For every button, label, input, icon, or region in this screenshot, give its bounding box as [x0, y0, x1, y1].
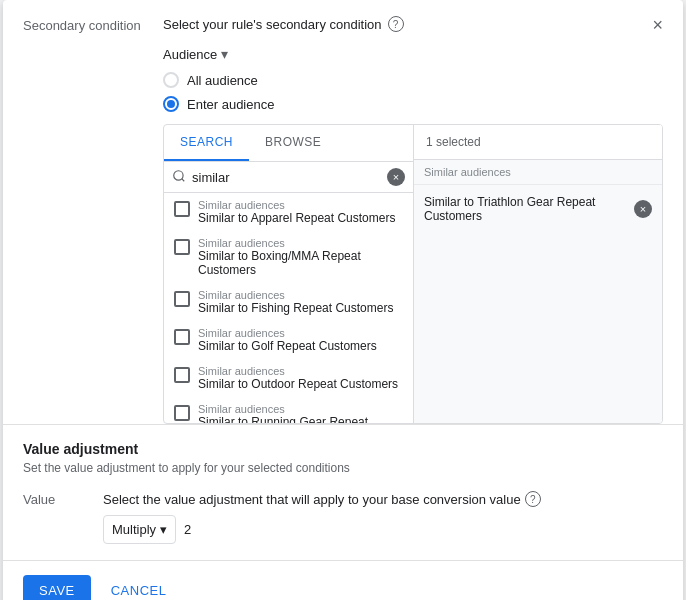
header-content: Select your rule's secondary condition ? [163, 16, 404, 32]
multiply-select[interactable]: Multiply ▾ [103, 515, 176, 544]
secondary-condition-label: Secondary condition [23, 16, 143, 33]
list-item-text: Similar audiencesSimilar to Running Gear… [198, 403, 403, 423]
value-help-icon[interactable]: ? [525, 491, 541, 507]
list-item-checkbox[interactable] [174, 239, 190, 255]
multiply-row: Multiply ▾ 2 [23, 515, 663, 544]
list-item-checkbox[interactable] [174, 367, 190, 383]
list-item-checkbox[interactable] [174, 291, 190, 307]
top-section: Secondary condition Select your rule's s… [3, 0, 683, 425]
multiply-label: Multiply [112, 522, 156, 537]
clear-search-icon[interactable]: × [387, 168, 405, 186]
list-item[interactable]: Similar audiencesSimilar to Golf Repeat … [164, 321, 413, 359]
right-panel: 1 selected Similar audiences Similar to … [414, 125, 662, 423]
list-item-checkbox[interactable] [174, 329, 190, 345]
item-name: Similar to Boxing/MMA Repeat Customers [198, 249, 403, 277]
radio-all-audience[interactable]: All audience [163, 72, 663, 88]
audience-section: Audience ▾ All audience Enter audience [23, 46, 663, 424]
left-panel: SEARCH BROWSE × [164, 125, 414, 423]
tab-search[interactable]: SEARCH [164, 125, 249, 161]
list-item-text: Similar audiencesSimilar to Fishing Repe… [198, 289, 393, 315]
right-panel-header: 1 selected [414, 125, 662, 160]
item-category: Similar audiences [198, 403, 403, 415]
help-icon[interactable]: ? [388, 16, 404, 32]
cancel-button[interactable]: CANCEL [103, 575, 175, 600]
item-category: Similar audiences [198, 199, 395, 211]
chevron-down-icon: ▾ [221, 46, 228, 62]
value-row: Value Select the value adjustment that w… [23, 491, 663, 507]
search-box: × [164, 162, 413, 193]
modal: Secondary condition Select your rule's s… [3, 0, 683, 600]
list-item-text: Similar audiencesSimilar to Golf Repeat … [198, 327, 377, 353]
close-icon[interactable]: × [652, 16, 663, 34]
list-item-checkbox[interactable] [174, 405, 190, 421]
list-item-checkbox[interactable] [174, 201, 190, 217]
search-input[interactable] [192, 170, 381, 185]
list-item-text: Similar audiencesSimilar to Boxing/MMA R… [198, 237, 403, 277]
multiply-value: 2 [184, 522, 191, 537]
radio-circle-enter [163, 96, 179, 112]
tab-browse[interactable]: BROWSE [249, 125, 337, 161]
section-title: Select your rule's secondary condition ? [163, 16, 404, 32]
search-browse-container: SEARCH BROWSE × [163, 124, 663, 424]
search-icon [172, 169, 186, 186]
item-name: Similar to Fishing Repeat Customers [198, 301, 393, 315]
list-item-text: Similar audiencesSimilar to Apparel Repe… [198, 199, 395, 225]
footer: SAVE CANCEL [3, 561, 683, 600]
item-category: Similar audiences [198, 327, 377, 339]
list-item[interactable]: Similar audiencesSimilar to Boxing/MMA R… [164, 231, 413, 283]
svg-point-0 [174, 170, 183, 179]
selected-items-list: Similar to Triathlon Gear Repeat Custome… [414, 185, 662, 233]
radio-label-enter: Enter audience [187, 97, 274, 112]
value-adjustment-title: Value adjustment [23, 441, 663, 457]
selected-item-name: Similar to Triathlon Gear Repeat Custome… [424, 195, 634, 223]
list-item-text: Similar audiencesSimilar to Outdoor Repe… [198, 365, 398, 391]
list-item[interactable]: Similar audiencesSimilar to Running Gear… [164, 397, 413, 423]
multiply-chevron-icon: ▾ [160, 522, 167, 537]
section-header-left: Secondary condition Select your rule's s… [23, 16, 404, 33]
audience-label: Audience [163, 47, 217, 62]
item-category: Similar audiences [198, 237, 403, 249]
section-header: Secondary condition Select your rule's s… [23, 16, 663, 34]
radio-label-all: All audience [187, 73, 258, 88]
save-button[interactable]: SAVE [23, 575, 91, 600]
item-category: Similar audiences [198, 365, 398, 377]
item-category: Similar audiences [198, 289, 393, 301]
value-adjustment-section: Value adjustment Set the value adjustmen… [3, 425, 683, 561]
value-desc-label: Select the value adjustment that will ap… [103, 492, 521, 507]
item-name: Similar to Apparel Repeat Customers [198, 211, 395, 225]
list-item[interactable]: Similar audiencesSimilar to Outdoor Repe… [164, 359, 413, 397]
radio-enter-audience[interactable]: Enter audience [163, 96, 663, 112]
selected-category: Similar audiences [414, 160, 662, 185]
list-item[interactable]: Similar audiencesSimilar to Fishing Repe… [164, 283, 413, 321]
item-name: Similar to Outdoor Repeat Customers [198, 377, 398, 391]
audience-dropdown[interactable]: Audience ▾ [163, 46, 663, 62]
remove-selected-icon[interactable]: × [634, 200, 652, 218]
radio-circle-all [163, 72, 179, 88]
value-desc-text: Select the value adjustment that will ap… [103, 491, 663, 507]
item-name: Similar to Running Gear Repeat Customers [198, 415, 403, 423]
selected-item: Similar to Triathlon Gear Repeat Custome… [414, 189, 662, 229]
item-name: Similar to Golf Repeat Customers [198, 339, 377, 353]
value-adjustment-desc: Set the value adjustment to apply for yo… [23, 461, 663, 475]
title-text: Select your rule's secondary condition [163, 17, 382, 32]
radio-group: All audience Enter audience [163, 72, 663, 112]
list-item[interactable]: Similar audiencesSimilar to Apparel Repe… [164, 193, 413, 231]
svg-line-1 [182, 178, 185, 181]
list-items: Similar audiencesSimilar to Apparel Repe… [164, 193, 413, 423]
tabs: SEARCH BROWSE [164, 125, 413, 162]
value-label: Value [23, 492, 83, 507]
